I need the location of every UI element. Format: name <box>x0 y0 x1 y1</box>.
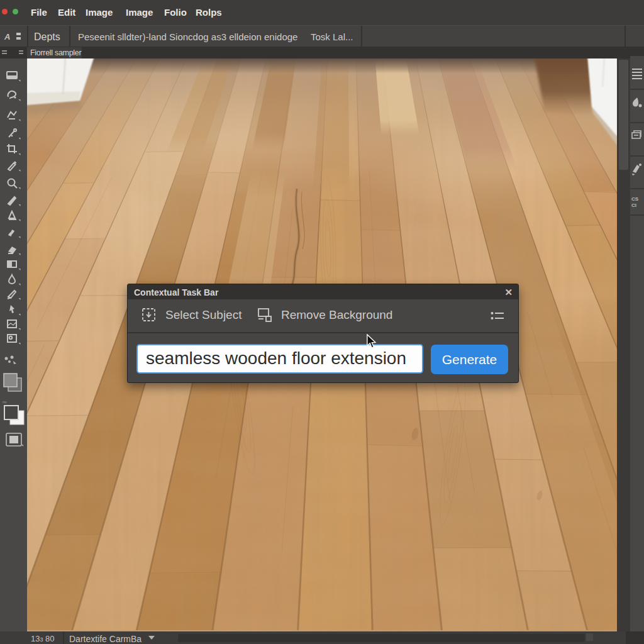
svg-text:CI: CI <box>631 203 636 208</box>
svg-text:CS: CS <box>631 196 639 202</box>
svg-text:no: no <box>3 400 7 404</box>
